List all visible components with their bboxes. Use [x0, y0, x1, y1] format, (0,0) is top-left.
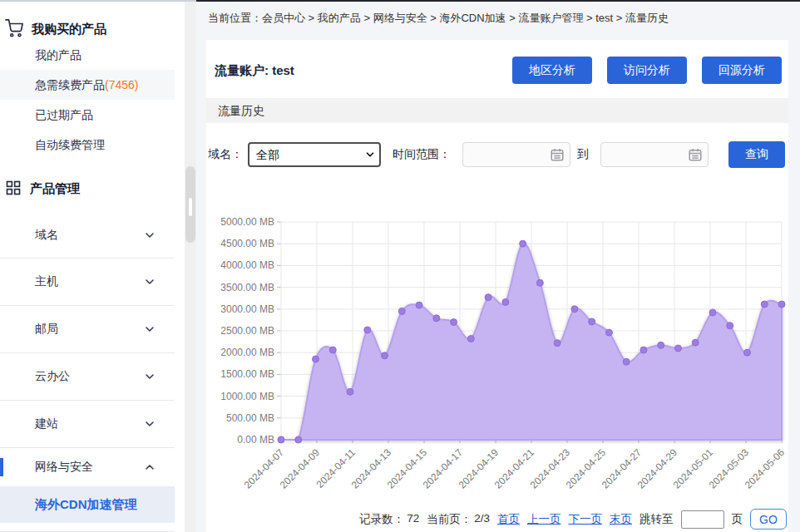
sidebar-section-product-mgmt: 产品管理	[0, 171, 175, 203]
region-analysis-button[interactable]: 地区分析	[512, 57, 592, 84]
calendar-icon	[550, 147, 565, 165]
chevron-down-icon	[143, 275, 156, 288]
section-title: 流量历史	[206, 98, 788, 123]
sidebar-item-label: 急需续费产品	[35, 78, 105, 91]
next-page-link[interactable]: 下一页	[569, 512, 603, 527]
breadcrumb-path: 会员中心 > 我的产品 > 网络与安全 > 海外CDN加速 > 流量账户管理 >…	[262, 12, 669, 24]
sidebar-item-label: 域名	[35, 228, 58, 243]
analysis-buttons: 地区分析 访问分析 回源分析	[512, 57, 782, 84]
jump-page-input[interactable]	[681, 510, 724, 529]
main-content: 当前位置：会员中心 > 我的产品 > 网络与安全 > 海外CDN加速 > 流量账…	[196, 0, 800, 532]
svg-text:5000.00 MB: 5000.00 MB	[220, 216, 274, 228]
svg-text:3000.00 MB: 3000.00 MB	[220, 303, 274, 315]
sidebar-item-label: 网络与安全	[35, 460, 93, 475]
account-label: 流量账户:	[215, 63, 269, 77]
svg-text:2000.00 MB: 2000.00 MB	[220, 347, 274, 358]
origin-analysis-button[interactable]: 回源分析	[702, 57, 782, 84]
sidebar-item-cloud-office[interactable]: 云办公	[0, 353, 175, 401]
breadcrumb: 当前位置：会员中心 > 我的产品 > 网络与安全 > 海外CDN加速 > 流量账…	[196, 2, 800, 38]
breadcrumb-label: 当前位置：	[208, 12, 262, 24]
prev-page-link[interactable]: 上一页	[527, 512, 561, 527]
traffic-history-chart: 5000.00 MB4500.00 MB4000.00 MB3500.00 MB…	[206, 211, 788, 502]
last-page-link[interactable]: 末页	[610, 512, 632, 527]
sidebar-item-cdn-management[interactable]: 海外CDN加速管理	[0, 486, 175, 523]
sidebar-section-purchased: 我购买的产品	[0, 2, 175, 40]
sidebar-item-expired[interactable]: 已过期产品	[0, 100, 175, 130]
chevron-down-icon	[143, 417, 156, 431]
sidebar-item-renewal-needed[interactable]: 急需续费产品(7456)	[0, 70, 175, 100]
go-button[interactable]: GO	[750, 509, 787, 530]
sidebar-section-title: 我购买的产品	[32, 22, 106, 37]
sidebar-item-label: 建站	[35, 416, 58, 431]
sidebar-scrollbar-track	[185, 2, 196, 532]
svg-text:4500.00 MB: 4500.00 MB	[220, 238, 274, 249]
account-title: 流量账户: test	[215, 57, 294, 79]
page-suffix-label: 页	[732, 512, 743, 527]
to-label: 到	[577, 147, 589, 162]
card-header: 流量账户: test 地区分析 访问分析 回源分析	[206, 40, 788, 84]
sidebar-item-network-security[interactable]: 网络与安全	[0, 448, 175, 486]
active-section-indicator	[0, 458, 3, 476]
sidebar: 我购买的产品 我的产品 急需续费产品(7456) 已过期产品 自动续费管理 产品…	[0, 0, 196, 532]
sidebar-content: 我购买的产品 我的产品 急需续费产品(7456) 已过期产品 自动续费管理 产品…	[0, 2, 175, 532]
sidebar-item-mail[interactable]: 邮局	[0, 306, 175, 353]
sidebar-item-label: 云办公	[35, 369, 70, 384]
pagination: 记录数：72 当前页：2/3 首页 上一页 下一页 末页 跳转至 页 GO	[206, 509, 788, 530]
visit-analysis-button[interactable]: 访问分析	[607, 57, 687, 84]
filter-row: 域名： 全部 时间范围： 到 查询	[206, 141, 788, 168]
sidebar-item-label: 主机	[35, 274, 58, 289]
sidebar-item-site-builder[interactable]: 建站	[0, 401, 175, 448]
account-value: test	[272, 63, 294, 77]
svg-text:1500.00 MB: 1500.00 MB	[220, 368, 274, 380]
domain-select[interactable]: 全部	[248, 142, 381, 167]
cart-icon	[5, 19, 23, 40]
sidebar-item-hosting[interactable]: 主机	[0, 259, 175, 306]
first-page-link[interactable]: 首页	[497, 512, 520, 527]
svg-text:3500.00 MB: 3500.00 MB	[220, 282, 274, 293]
sidebar-item-my-products[interactable]: 我的产品	[0, 40, 175, 70]
sidebar-item-domain[interactable]: 域名	[0, 211, 175, 259]
chevron-down-icon	[143, 370, 156, 383]
content-card: 流量账户: test 地区分析 访问分析 回源分析 流量历史 域名： 全部	[206, 40, 788, 532]
current-page: 当前页：2/3	[427, 512, 490, 527]
grid-icon	[5, 180, 22, 199]
renewal-count-badge: (7456)	[105, 78, 138, 91]
sidebar-item-label: 邮局	[35, 322, 58, 337]
start-date-input[interactable]	[462, 142, 570, 167]
chevron-down-icon	[143, 323, 156, 336]
sidebar-section-title: 产品管理	[30, 181, 80, 197]
app-root: 我购买的产品 我的产品 急需续费产品(7456) 已过期产品 自动续费管理 产品…	[0, 0, 800, 532]
query-button[interactable]: 查询	[728, 141, 785, 168]
domain-label: 域名：	[208, 147, 243, 162]
jump-label: 跳转至	[640, 512, 674, 527]
scrollbar-thumb-notch	[189, 198, 192, 216]
svg-text:4000.00 MB: 4000.00 MB	[220, 259, 274, 271]
sidebar-item-auto-renew[interactable]: 自动续费管理	[0, 130, 175, 160]
end-date-input[interactable]	[600, 142, 709, 167]
svg-text:500.00 MB: 500.00 MB	[226, 412, 274, 424]
sidebar-scrollbar-thumb[interactable]	[185, 166, 195, 243]
chevron-up-icon	[143, 461, 156, 474]
svg-text:0.00 MB: 0.00 MB	[237, 434, 274, 446]
calendar-icon	[688, 147, 703, 165]
range-label: 时间范围：	[393, 147, 451, 162]
domain-select-wrap: 全部	[248, 142, 381, 167]
record-count: 记录数：72	[359, 512, 419, 527]
chevron-down-icon	[143, 229, 156, 242]
svg-text:1000.00 MB: 1000.00 MB	[220, 391, 274, 402]
svg-text:2500.00 MB: 2500.00 MB	[220, 325, 274, 337]
